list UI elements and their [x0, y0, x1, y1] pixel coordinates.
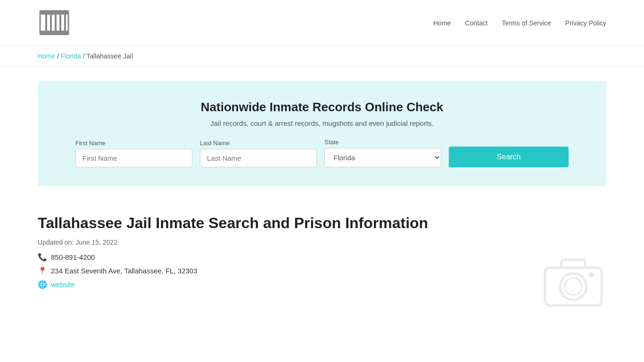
- globe-icon: 🌐: [38, 280, 47, 289]
- search-button[interactable]: Search: [449, 147, 569, 167]
- svg-rect-3: [45, 15, 47, 31]
- phone-row: 📞 850-891-4200: [38, 253, 606, 262]
- svg-rect-1: [40, 11, 68, 15]
- main-nav: Home Contact Terms of Service Privacy Po…: [433, 19, 606, 27]
- first-name-label: First Name: [75, 140, 192, 147]
- nav-privacy[interactable]: Privacy Policy: [565, 19, 606, 27]
- breadcrumb-state[interactable]: Florida: [61, 52, 81, 60]
- phone-icon: 📞: [38, 253, 47, 262]
- svg-point-9: [560, 273, 586, 300]
- svg-rect-6: [59, 15, 61, 31]
- search-form: First Name Last Name State Florida Alaba…: [75, 139, 569, 167]
- location-icon: 📍: [38, 266, 47, 275]
- nav-home[interactable]: Home: [433, 19, 451, 27]
- breadcrumb-separator-1: /: [57, 52, 61, 60]
- svg-rect-4: [50, 15, 52, 31]
- main-content: Tallahassee Jail Inmate Search and Priso…: [0, 200, 644, 313]
- camera-icon: [540, 251, 606, 313]
- first-name-input[interactable]: [75, 149, 192, 167]
- state-label: State: [324, 139, 441, 146]
- page-title: Tallahassee Jail Inmate Search and Priso…: [38, 214, 606, 232]
- last-name-input[interactable]: [200, 149, 317, 167]
- svg-point-11: [588, 272, 594, 278]
- breadcrumb-home[interactable]: Home: [38, 52, 55, 60]
- state-select[interactable]: Florida Alabama Georgia Texas: [324, 148, 441, 167]
- svg-point-10: [565, 278, 582, 295]
- breadcrumb: Home / Florida / Tallahassee Jail: [0, 46, 644, 67]
- svg-rect-7: [64, 15, 66, 31]
- nav-contact[interactable]: Contact: [465, 19, 487, 27]
- svg-rect-2: [40, 31, 68, 34]
- updated-date: Updated on: June 15, 2022: [38, 239, 606, 246]
- nav-terms[interactable]: Terms of Service: [502, 19, 551, 27]
- search-banner: Nationwide Inmate Records Online Check J…: [38, 81, 606, 186]
- website-link[interactable]: website: [51, 280, 75, 288]
- website-row: 🌐 website: [38, 280, 606, 289]
- address-row: 📍 234 East Seventh Ave, Tallahassee, FL,…: [38, 266, 606, 275]
- state-group: State Florida Alabama Georgia Texas: [324, 139, 441, 167]
- phone-number: 850-891-4200: [51, 253, 95, 261]
- last-name-group: Last Name: [200, 140, 317, 167]
- svg-rect-5: [55, 15, 57, 31]
- banner-subtitle: Jail records, court & arrest records, mu…: [75, 119, 569, 127]
- address-text: 234 East Seventh Ave, Tallahassee, FL, 3…: [51, 267, 198, 275]
- jail-logo-icon: [38, 8, 71, 37]
- banner-title: Nationwide Inmate Records Online Check: [75, 100, 569, 115]
- site-header: Home Contact Terms of Service Privacy Po…: [0, 0, 644, 46]
- logo[interactable]: [38, 8, 71, 37]
- photo-placeholder: [540, 251, 606, 313]
- first-name-group: First Name: [75, 140, 192, 167]
- breadcrumb-current: Tallahassee Jail: [86, 52, 133, 60]
- last-name-label: Last Name: [200, 140, 317, 147]
